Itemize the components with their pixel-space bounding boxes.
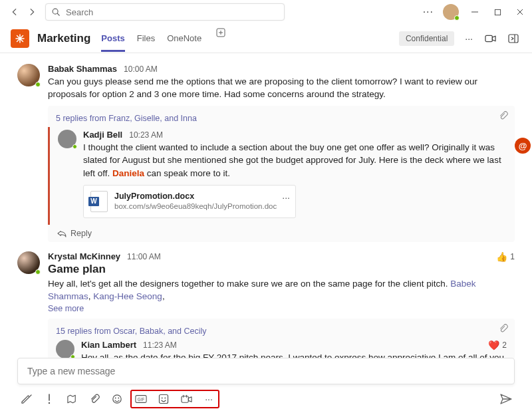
- thread-replies: 15 replies from Oscar, Babak, and Cecily…: [48, 319, 515, 358]
- svg-point-11: [118, 398, 119, 399]
- reaction-count: 2: [502, 341, 507, 350]
- open-pane-button[interactable]: [505, 31, 521, 46]
- svg-point-15: [162, 398, 163, 399]
- overflow-menu-button[interactable]: ···: [423, 6, 434, 18]
- svg-line-1: [57, 13, 59, 15]
- emoji-button[interactable]: [110, 392, 124, 406]
- add-tab-button[interactable]: [213, 25, 228, 52]
- svg-point-8: [49, 402, 50, 404]
- reaction-summary[interactable]: ❤️ 2: [488, 340, 507, 350]
- conversation-pane[interactable]: Babak Shammas 10:00 AM Can you guys plea…: [0, 53, 532, 358]
- window-close-button[interactable]: [513, 5, 527, 19]
- title-bar: ···: [0, 0, 532, 24]
- channel-more-button[interactable]: ···: [462, 31, 475, 47]
- compose-area: GIF ···: [0, 358, 532, 409]
- file-name: JulyPromotion.docx: [114, 191, 277, 202]
- channel-header: Marketing Posts Files OneNote Confidenti…: [0, 24, 532, 53]
- presence-available-icon: [72, 144, 77, 149]
- svg-text:GIF: GIF: [138, 397, 145, 402]
- svg-rect-17: [181, 396, 188, 402]
- reaction-summary[interactable]: 👍 1: [496, 251, 515, 262]
- sensitivity-badge[interactable]: Confidential: [399, 31, 454, 46]
- reply-author: Kadji Bell: [83, 130, 122, 140]
- see-more-link[interactable]: See more: [48, 304, 84, 313]
- attachment-icon: [499, 324, 508, 333]
- reply-text: Hey all, as the date for the big FY 2017…: [81, 351, 507, 358]
- post-text: Hey all, let's get all the designers tog…: [48, 277, 515, 303]
- tab-posts[interactable]: Posts: [101, 25, 124, 52]
- format-button[interactable]: [20, 392, 33, 406]
- reply-time: 10:23 AM: [129, 130, 163, 140]
- channel-name: Marketing: [37, 32, 90, 45]
- thumbs-up-icon: 👍: [496, 251, 507, 262]
- mention[interactable]: Daniela: [112, 168, 144, 178]
- file-more-button[interactable]: ···: [282, 192, 290, 203]
- post: Babak Shammas 10:00 AM Can you guys plea…: [17, 64, 515, 242]
- channel-tabs: Posts Files OneNote: [101, 25, 228, 52]
- compose-toolbar: GIF ···: [17, 388, 515, 409]
- reply-button[interactable]: Reply: [56, 225, 507, 239]
- tab-onenote[interactable]: OneNote: [167, 25, 201, 52]
- attachment-icon: [499, 111, 508, 120]
- meet-now-button[interactable]: [482, 31, 499, 46]
- word-doc-icon: [90, 191, 108, 212]
- avatar[interactable]: [58, 130, 76, 148]
- presence-available-icon: [70, 354, 75, 358]
- avatar[interactable]: [17, 64, 40, 86]
- nav-back-button[interactable]: [7, 4, 23, 20]
- thread-summary-link[interactable]: 5 replies from Franz, Giselle, and Inna: [56, 111, 507, 127]
- avatar[interactable]: [17, 251, 40, 274]
- presence-available-icon: [35, 269, 41, 275]
- compose-box[interactable]: [17, 358, 515, 384]
- reply-text: I thought the client wanted to include a…: [83, 141, 507, 179]
- post-time: 11:00 AM: [127, 252, 161, 261]
- post-author: Krystal McKinney: [48, 251, 120, 261]
- mention-indicator-icon: @: [515, 138, 531, 154]
- post-author: Babak Shammas: [48, 64, 117, 74]
- team-tile-icon: [11, 29, 29, 48]
- nav-forward-button[interactable]: [24, 4, 40, 20]
- presence-available-icon: [454, 15, 460, 21]
- search-input[interactable]: [65, 7, 279, 18]
- current-user-avatar[interactable]: [443, 4, 459, 20]
- mention[interactable]: Kang-Hee Seong: [93, 291, 162, 301]
- post: 👍 1 Krystal McKinney 11:00 AM Game plan …: [17, 251, 515, 358]
- thread-replies: 5 replies from Franz, Giselle, and Inna …: [48, 106, 515, 241]
- svg-rect-14: [160, 395, 168, 404]
- svg-rect-5: [485, 35, 492, 41]
- compose-input[interactable]: [26, 365, 506, 377]
- approvals-button[interactable]: [65, 392, 78, 406]
- reply-time: 11:23 AM: [143, 341, 177, 350]
- reply-author: Kian Lambert: [81, 340, 136, 350]
- heart-icon: ❤️: [488, 340, 499, 350]
- window-maximize-button[interactable]: [491, 5, 504, 19]
- search-box[interactable]: [45, 3, 285, 21]
- thread-summary-link[interactable]: 15 replies from Oscar, Babak, and Cecily: [56, 324, 507, 340]
- send-button[interactable]: [500, 394, 512, 404]
- priority-button[interactable]: [43, 392, 56, 406]
- window-minimize-button[interactable]: [468, 5, 481, 19]
- file-path: box.com/s/w9eo6eua89keqh/JulyPromotion.d…: [114, 202, 277, 211]
- svg-point-16: [164, 398, 166, 399]
- post-title: Game plan: [48, 263, 515, 276]
- sticker-button[interactable]: [157, 392, 170, 406]
- post-time: 10:00 AM: [124, 65, 158, 74]
- search-icon: [51, 7, 61, 17]
- attach-button[interactable]: [88, 392, 101, 406]
- highlighted-extensions: GIF ···: [130, 390, 219, 408]
- svg-rect-3: [495, 9, 500, 15]
- reaction-count: 1: [510, 252, 515, 261]
- more-extensions-button[interactable]: ···: [202, 392, 215, 406]
- post-text: Can you guys please send me the options …: [48, 75, 515, 100]
- avatar[interactable]: [56, 340, 74, 358]
- schedule-meeting-button[interactable]: [180, 392, 193, 406]
- tab-files[interactable]: Files: [137, 25, 155, 52]
- svg-point-10: [115, 398, 116, 399]
- presence-available-icon: [35, 82, 41, 87]
- giphy-button[interactable]: GIF: [134, 392, 148, 406]
- file-attachment[interactable]: JulyPromotion.docx box.com/s/w9eo6eua89k…: [83, 185, 296, 218]
